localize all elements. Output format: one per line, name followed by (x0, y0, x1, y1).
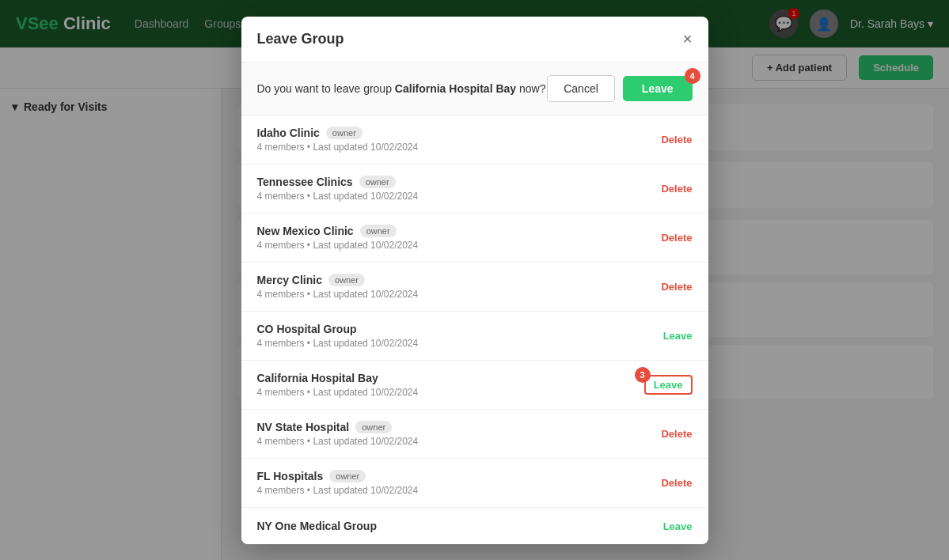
group-action-btn-5[interactable]: Leave (644, 375, 693, 395)
group-info-7: FL Hospitalsowner4 members • Last update… (257, 470, 419, 496)
group-info-0: Idaho Clinicowner4 members • Last update… (257, 127, 419, 153)
group-action-btn-2[interactable]: Delete (661, 232, 692, 244)
group-action-btn-6[interactable]: Delete (661, 428, 692, 440)
group-action-btn-0[interactable]: Delete (661, 134, 692, 146)
group-name-3: Mercy Clinic (257, 274, 322, 286)
group-action-wrapper-7: Delete (661, 475, 692, 490)
group-action-wrapper-1: Delete (661, 181, 692, 195)
group-item-2: New Mexico Clinicowner4 members • Last u… (241, 214, 708, 263)
group-action-wrapper-6: Delete (661, 426, 692, 441)
group-action-wrapper-4: Leave (663, 328, 693, 342)
group-item-0: Idaho Clinicowner4 members • Last update… (241, 115, 708, 165)
group-info-6: NV State Hospitalowner4 members • Last u… (257, 421, 419, 447)
confirm-group-name: California Hospital Bay (395, 82, 516, 95)
group-action-btn-8[interactable]: Leave (663, 520, 693, 532)
group-name-2: New Mexico Clinic (257, 225, 354, 237)
group-meta-7: 4 members • Last updated 10/02/2024 (257, 485, 419, 496)
cancel-button[interactable]: Cancel (547, 75, 615, 102)
group-item-5: California Hospital Bay4 members • Last … (241, 361, 708, 410)
group-name-1: Tennessee Clinics (257, 176, 353, 188)
group-meta-0: 4 members • Last updated 10/02/2024 (257, 142, 419, 153)
group-info-1: Tennessee Clinicsowner4 members • Last u… (257, 176, 419, 202)
group-action-wrapper-8: Leave (663, 519, 693, 533)
modal-title: Leave Group (257, 31, 344, 47)
leave-group-modal: Leave Group × Do you want to leave group… (241, 17, 708, 544)
group-role-1: owner (359, 176, 396, 188)
group-name-0: Idaho Clinic (257, 127, 320, 139)
group-item-3: Mercy Clinicowner4 members • Last update… (241, 263, 708, 312)
group-info-8: NY One Medical Group (257, 520, 377, 532)
group-meta-4: 4 members • Last updated 10/02/2024 (257, 338, 419, 349)
group-name-row-2: New Mexico Clinicowner (257, 225, 419, 237)
group-role-7: owner (329, 470, 366, 482)
group-meta-3: 4 members • Last updated 10/02/2024 (257, 289, 419, 300)
group-role-2: owner (360, 225, 397, 237)
group-name-row-7: FL Hospitalsowner (257, 470, 419, 482)
badge-4: 4 (685, 68, 700, 84)
group-meta-6: 4 members • Last updated 10/02/2024 (257, 436, 419, 447)
group-action-btn-7[interactable]: Delete (661, 477, 692, 489)
confirm-bar: Do you want to leave group California Ho… (241, 62, 708, 115)
group-info-4: CO Hospital Group4 members • Last update… (257, 323, 419, 349)
group-info-5: California Hospital Bay4 members • Last … (257, 372, 419, 398)
modal-header: Leave Group × (241, 17, 708, 62)
group-item-4: CO Hospital Group4 members • Last update… (241, 312, 708, 361)
modal-close-button[interactable]: × (683, 31, 693, 47)
group-action-wrapper-0: Delete (661, 132, 692, 146)
group-name-5: California Hospital Bay (257, 372, 378, 384)
group-info-3: Mercy Clinicowner4 members • Last update… (257, 274, 419, 300)
group-item-8: NY One Medical GroupLeave (241, 508, 708, 544)
group-action-wrapper-2: Delete (661, 230, 692, 244)
group-meta-2: 4 members • Last updated 10/02/2024 (257, 240, 419, 251)
group-action-btn-4[interactable]: Leave (663, 330, 693, 342)
modal-overlay[interactable]: Leave Group × Do you want to leave group… (0, 0, 949, 560)
group-item-1: Tennessee Clinicsowner4 members • Last u… (241, 165, 708, 214)
group-name-7: FL Hospitals (257, 470, 324, 482)
group-meta-1: 4 members • Last updated 10/02/2024 (257, 191, 419, 202)
group-action-btn-3[interactable]: Delete (661, 281, 692, 293)
confirm-actions: Cancel 4 Leave (547, 75, 692, 102)
group-role-3: owner (328, 274, 365, 286)
leave-button-wrapper: 4 Leave (623, 76, 693, 101)
group-info-2: New Mexico Clinicowner4 members • Last u… (257, 225, 419, 251)
group-name-row-8: NY One Medical Group (257, 520, 377, 532)
group-name-row-4: CO Hospital Group (257, 323, 419, 335)
group-name-4: CO Hospital Group (257, 323, 357, 335)
confirm-text: Do you want to leave group California Ho… (257, 82, 546, 95)
group-item-6: NV State Hospitalowner4 members • Last u… (241, 410, 708, 459)
group-action-wrapper-5: 3Leave (644, 375, 693, 395)
group-name-row-0: Idaho Clinicowner (257, 127, 419, 139)
group-list: Idaho Clinicowner4 members • Last update… (241, 115, 708, 544)
group-name-row-1: Tennessee Clinicsowner (257, 176, 419, 188)
group-meta-5: 4 members • Last updated 10/02/2024 (257, 387, 419, 398)
leave-button[interactable]: Leave (623, 76, 693, 101)
group-name-row-6: NV State Hospitalowner (257, 421, 419, 433)
group-name-row-3: Mercy Clinicowner (257, 274, 419, 286)
group-badge-5: 3 (635, 367, 651, 383)
group-name-6: NV State Hospital (257, 421, 350, 433)
group-action-wrapper-3: Delete (661, 279, 692, 293)
group-name-row-5: California Hospital Bay (257, 372, 419, 384)
group-action-btn-1[interactable]: Delete (661, 183, 692, 195)
group-item-7: FL Hospitalsowner4 members • Last update… (241, 459, 708, 508)
group-name-8: NY One Medical Group (257, 520, 377, 532)
group-role-6: owner (355, 421, 392, 433)
group-role-0: owner (326, 127, 363, 139)
